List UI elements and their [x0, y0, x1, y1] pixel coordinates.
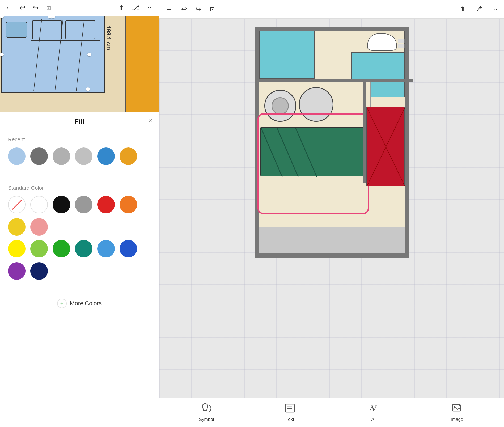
svg-line-3	[76, 19, 84, 91]
bed-element[interactable]	[1, 16, 105, 93]
svg-rect-4	[32, 20, 62, 39]
left-toolbar: ← ↩ ↪ ⊡ ⬆ ⎇ ⋯	[0, 0, 159, 16]
recent-color-5[interactable]	[120, 147, 137, 165]
recent-label: Recent	[8, 137, 151, 143]
right-save-button[interactable]: ⊡	[210, 6, 215, 13]
color-sky-blue[interactable]	[97, 240, 115, 257]
fill-title: Fill	[74, 117, 84, 126]
svg-rect-8	[398, 39, 405, 43]
washer-area	[259, 82, 371, 183]
left-panel: ← ↩ ↪ ⊡ ⬆ ⎇ ⋯	[0, 0, 159, 427]
redo-button[interactable]: ↪	[33, 4, 39, 12]
handle-mid-left[interactable]	[0, 53, 4, 56]
back-button[interactable]: ←	[5, 4, 12, 12]
handle-mid-right[interactable]	[87, 53, 91, 56]
svg-line-1	[34, 19, 42, 91]
nav-symbol[interactable]: Symbol	[165, 403, 248, 422]
standard-colors-row-2	[8, 240, 151, 280]
ai-svg-icon: 𝑁	[369, 403, 379, 413]
nav-ai[interactable]: 𝑁 AI	[332, 403, 415, 422]
fill-dialog: Fill × Recent Standard Color	[0, 112, 159, 427]
right-upload-button[interactable]: ⬆	[460, 5, 466, 13]
sink-drawing	[354, 31, 405, 52]
svg-line-10	[261, 128, 282, 177]
text-icon	[285, 403, 295, 415]
more-colors-button[interactable]: + More Colors	[0, 293, 159, 314]
recent-color-4[interactable]	[97, 147, 115, 165]
fill-close-button[interactable]: ×	[148, 117, 153, 125]
nav-text[interactable]: Text	[248, 403, 332, 422]
handle-rotate[interactable]	[86, 87, 90, 91]
gray-floor-area	[259, 227, 405, 253]
color-light-green[interactable]	[30, 240, 48, 257]
standard-section: Standard Color	[0, 179, 159, 285]
divider-1	[0, 174, 159, 174]
svg-rect-5	[66, 20, 95, 39]
standard-label: Standard Color	[8, 185, 151, 191]
red-wardrobe	[366, 107, 405, 186]
color-pink[interactable]	[30, 218, 48, 236]
divider-2	[0, 289, 159, 289]
rug-lines	[261, 128, 365, 177]
right-canvas	[159, 19, 504, 398]
color-dark-blue[interactable]	[120, 240, 137, 257]
svg-rect-9	[398, 44, 405, 48]
ai-icon: 𝑁	[369, 403, 379, 415]
recent-section: Recent	[0, 130, 159, 170]
standard-colors-row-1	[8, 196, 151, 236]
share-button[interactable]: ⎇	[132, 4, 140, 12]
image-icon	[452, 403, 462, 415]
color-white[interactable]	[30, 196, 48, 213]
right-share-button[interactable]: ⎇	[474, 5, 482, 13]
text-label: Text	[286, 417, 294, 422]
right-panel: ← ↩ ↪ ⊡ ⬆ ⎇ ⋯	[159, 0, 504, 427]
save-button[interactable]: ⊡	[46, 5, 51, 11]
color-purple[interactable]	[8, 262, 26, 280]
bed-pillow	[6, 22, 27, 38]
right-undo-button[interactable]: ↩	[181, 5, 187, 13]
recent-color-3[interactable]	[75, 147, 92, 165]
color-orange[interactable]	[120, 196, 137, 213]
room-teal-top-left	[259, 31, 315, 79]
recent-color-2[interactable]	[53, 147, 70, 165]
vertical-wall	[363, 82, 366, 183]
door-element	[125, 16, 159, 112]
right-redo-button[interactable]: ↪	[196, 5, 201, 13]
symbol-icon	[201, 403, 211, 415]
more-button[interactable]: ⋯	[147, 4, 154, 12]
color-red[interactable]	[97, 196, 115, 213]
right-more-button[interactable]: ⋯	[491, 5, 498, 13]
floor-plan	[255, 27, 409, 258]
color-gray[interactable]	[75, 196, 92, 213]
washer-inner-drum	[272, 97, 289, 115]
svg-line-12	[295, 128, 317, 177]
nav-image[interactable]: Image	[415, 403, 499, 422]
color-yellow[interactable]	[8, 218, 26, 236]
symbol-label: Symbol	[199, 417, 214, 422]
color-navy[interactable]	[30, 262, 48, 280]
color-teal[interactable]	[75, 240, 92, 257]
recent-color-0[interactable]	[8, 147, 26, 165]
svg-text:𝑁: 𝑁	[369, 404, 377, 413]
color-black[interactable]	[53, 196, 70, 213]
wall-horizontal	[259, 79, 413, 82]
color-transparent[interactable]	[8, 196, 26, 213]
recent-color-1[interactable]	[30, 147, 48, 165]
symbol-svg-icon	[201, 403, 211, 413]
right-back-button[interactable]: ←	[166, 5, 173, 13]
plus-circle-icon: +	[57, 299, 67, 308]
color-green[interactable]	[53, 240, 70, 257]
upload-button[interactable]: ⬆	[118, 4, 124, 12]
bottom-nav: Symbol Text 𝑁 AI	[159, 398, 504, 427]
recent-colors-row	[8, 147, 151, 165]
image-svg-icon	[452, 403, 462, 413]
dimension-label: 193.1 cm	[105, 26, 112, 50]
washer-drum	[264, 90, 296, 122]
bathroom-top	[354, 31, 405, 52]
color-bright-yellow[interactable]	[8, 240, 26, 257]
undo-button[interactable]: ↩	[20, 4, 26, 12]
svg-line-11	[277, 128, 298, 177]
green-rug	[260, 127, 364, 176]
dryer-drum	[299, 87, 333, 122]
right-toolbar: ← ↩ ↪ ⊡ ⬆ ⎇ ⋯	[159, 0, 504, 19]
